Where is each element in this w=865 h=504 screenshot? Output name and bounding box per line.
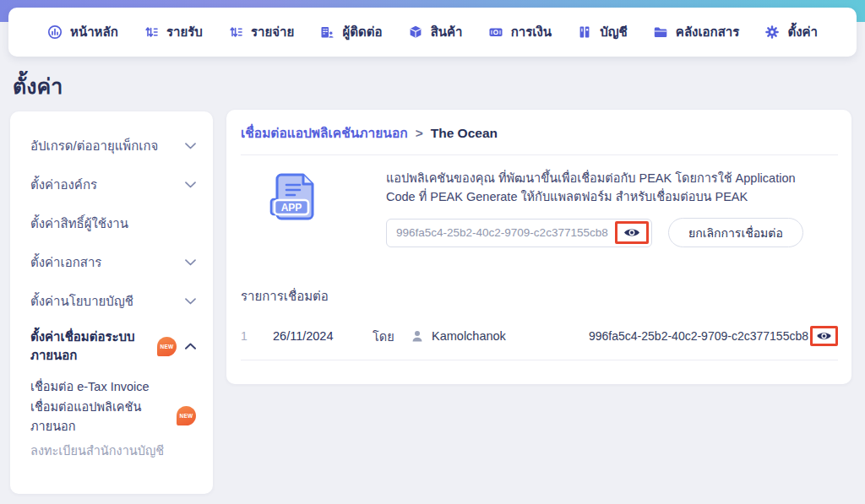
person-icon xyxy=(411,329,424,343)
row-code: 996fa5c4-25b2-40c2-9709-c2c377155cb8 xyxy=(589,329,808,343)
eye-icon xyxy=(816,331,832,341)
nav-item-finance[interactable]: การเงิน xyxy=(488,22,552,42)
nav-label: บัญชี xyxy=(600,22,627,42)
show-code-eye-button[interactable] xyxy=(623,227,640,238)
new-badge: NEW xyxy=(157,337,177,356)
settings-icon xyxy=(764,24,780,40)
row-date: 26/11/2024 xyxy=(273,329,357,343)
main-nav: หน้าหลัก รายรับ รายจ่าย ผู้ติดต่อ สินค้า… xyxy=(8,8,857,57)
nav-item-home[interactable]: หน้าหลัก xyxy=(47,22,118,42)
connection-row: 1 26/11/2024 โดย Kamolchanok 996fa5c4-25… xyxy=(241,323,838,349)
new-badge: NEW xyxy=(177,406,196,425)
breadcrumb-separator: > xyxy=(416,123,423,144)
chevron-up-icon xyxy=(185,343,196,350)
settings-sidebar: อัปเกรด/ต่ออายุแพ็กเกจ ตั้งค่าองค์กร ตั้… xyxy=(10,111,213,494)
nav-label: สินค้า xyxy=(431,22,463,42)
nav-label: หน้าหลัก xyxy=(70,22,118,42)
eye-icon xyxy=(623,227,640,238)
sidebar-item-accounting-policy[interactable]: ตั้งค่านโยบายบัญชี xyxy=(30,282,196,321)
sidebar-item-register-accounting-firm[interactable]: ลงทะเบียนสำนักงานบัญชี xyxy=(30,436,196,465)
sidebar-item-user-permissions[interactable]: ตั้งค่าสิทธิ์ผู้ใช้งาน xyxy=(30,204,196,243)
sidebar-item-org-settings[interactable]: ตั้งค่าองค์กร xyxy=(30,165,196,204)
app-description: แอปพลิเคชันของคุณ ที่พัฒนาขึ้นเพื่อเชื่อ… xyxy=(386,169,802,206)
app-file-icon: APP xyxy=(266,169,325,247)
nav-label: คลังเอกสาร xyxy=(676,22,739,42)
breadcrumb: เชื่อมต่อแอปพลิเคชันภายนอก > The Ocean xyxy=(241,123,838,144)
application-code-input[interactable]: 996fa5c4-25b2-40c2-9709-c2c377155cb8 xyxy=(386,219,652,247)
nav-item-accounting[interactable]: บัญชี xyxy=(577,22,627,42)
row-index: 1 xyxy=(241,329,273,343)
chevron-down-icon xyxy=(185,182,196,188)
app-connection-section: APP แอปพลิเคชันของคุณ ที่พัฒนาขึ้นเพื่อเ… xyxy=(241,169,838,247)
nav-item-income[interactable]: รายรับ xyxy=(144,22,203,42)
divider xyxy=(241,154,838,155)
divider xyxy=(241,360,838,360)
finance-icon xyxy=(488,24,503,40)
breadcrumb-current: The Ocean xyxy=(431,123,498,144)
connection-list-title: รายการเชื่อมต่อ xyxy=(241,286,838,306)
nav-label: รายรับ xyxy=(166,22,203,42)
sidebar-item-external-application[interactable]: เชื่อมต่อแอปพลิเคชันภายนอก NEW xyxy=(30,401,196,431)
row-by-label: โดย xyxy=(373,327,411,346)
nav-label: ตั้งค่า xyxy=(787,22,818,42)
products-icon xyxy=(408,24,423,40)
annotation-highlight-box xyxy=(615,221,649,244)
sidebar-item-document-settings[interactable]: ตั้งค่าเอกสาร xyxy=(30,243,196,282)
income-icon xyxy=(144,24,159,40)
external-app-panel: เชื่อมต่อแอปพลิเคชันภายนอก > The Ocean A… xyxy=(226,110,851,384)
nav-item-contacts[interactable]: ผู้ติดต่อ xyxy=(319,22,382,42)
chevron-down-icon xyxy=(185,298,196,305)
nav-label: ผู้ติดต่อ xyxy=(342,22,382,42)
chevron-down-icon xyxy=(185,143,196,149)
sidebar-item-upgrade-package[interactable]: อัปเกรด/ต่ออายุแพ็กเกจ xyxy=(30,127,196,165)
nav-item-expense[interactable]: รายจ่าย xyxy=(228,22,294,42)
page-title: ตั้งค่า xyxy=(13,69,63,103)
nav-item-settings[interactable]: ตั้งค่า xyxy=(764,22,818,42)
documents-icon xyxy=(653,24,668,40)
disconnect-button[interactable]: ยกเลิกการเชื่อมต่อ xyxy=(668,218,803,247)
annotation-highlight-box xyxy=(810,326,838,346)
contacts-icon xyxy=(319,24,335,40)
home-icon xyxy=(47,24,63,40)
chevron-down-icon xyxy=(185,259,196,266)
application-code-value: 996fa5c4-25b2-40c2-9709-c2c377155cb8 xyxy=(396,226,608,239)
nav-label: รายจ่าย xyxy=(251,22,294,42)
nav-item-documents[interactable]: คลังเอกสาร xyxy=(653,22,739,42)
expense-icon xyxy=(228,24,243,40)
sidebar-item-external-system[interactable]: ตั้งค่าเชื่อมต่อระบบภายนอก NEW xyxy=(30,321,196,371)
accounting-icon xyxy=(577,24,592,40)
nav-item-products[interactable]: สินค้า xyxy=(408,22,463,42)
breadcrumb-parent-link[interactable]: เชื่อมต่อแอปพลิเคชันภายนอก xyxy=(241,123,408,144)
show-row-code-eye-button[interactable] xyxy=(816,331,832,341)
app-badge-text: APP xyxy=(281,202,302,214)
nav-label: การเงิน xyxy=(511,22,552,42)
row-user-name: Kamolchanok xyxy=(432,329,506,343)
